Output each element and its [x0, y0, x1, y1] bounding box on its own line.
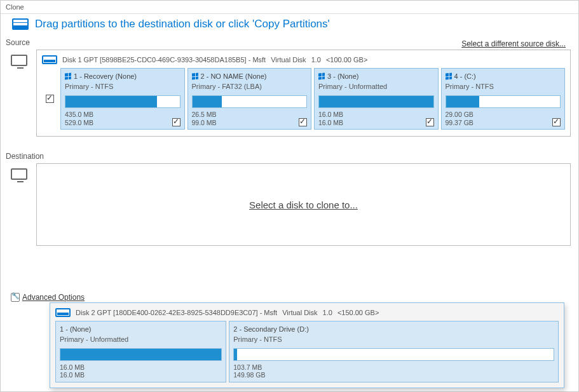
partition-checkbox[interactable]: [552, 118, 561, 126]
disk-capacity: <150.00 GB>: [337, 309, 379, 316]
partition-sub: Primary - NTFS: [446, 83, 561, 90]
disk-type: Virtual Disk: [282, 309, 317, 316]
partition-2[interactable]: 2 - NO NAME (None) Primary - FAT32 (LBA)…: [187, 68, 312, 130]
instruction-text: Drag partitions to the destination disk …: [35, 18, 330, 30]
partition-title: 2 - NO NAME (None): [201, 72, 267, 80]
monitor-icon: [11, 55, 27, 66]
monitor-icon: [11, 168, 27, 180]
used-size: 16.0 MB: [60, 363, 222, 372]
select-source-link[interactable]: Select a different source disk...: [461, 37, 566, 48]
partition-title: 1 - (None): [60, 325, 92, 333]
windows-icon: [318, 72, 325, 79]
header: Drag partitions to the destination disk …: [1, 14, 578, 34]
windows-icon: [192, 72, 198, 79]
partition-sub: Primary - Unformatted: [318, 83, 434, 90]
destination-label: Destination: [3, 151, 46, 162]
partition-sub: Primary - NTFS: [233, 335, 554, 343]
partition-title: 3 - (None): [327, 72, 359, 80]
source-partitions: 1 - Recovery (None) Primary - NTFS 435.0…: [42, 68, 565, 130]
advanced-options-link[interactable]: Advanced Options: [22, 293, 85, 302]
disk-version: 1.0: [311, 56, 321, 64]
disk-name: Disk 2 GPT [180DE400-0262-42E3-8925-5348…: [76, 309, 277, 316]
disk2-tooltip[interactable]: Disk 2 GPT [180DE400-0262-42E3-8925-5348…: [50, 302, 564, 388]
used-size: 29.00 GB: [446, 111, 473, 119]
partition-title: 2 - Secondary Drive (D:): [233, 325, 309, 333]
partition-1[interactable]: 1 - Recovery (None) Primary - NTFS 435.0…: [60, 68, 185, 130]
disk-version: 1.0: [323, 309, 332, 316]
disk-name: Disk 1 GPT [5898BE25-CDC0-469C-9393-3045…: [62, 56, 266, 64]
total-size: 99.0 MB: [192, 119, 217, 127]
used-size: 26.5 MB: [192, 111, 217, 119]
partition-sub: Primary - Unformatted: [60, 335, 222, 343]
total-size: 149.98 GB: [233, 371, 554, 379]
select-all-checkbox[interactable]: [46, 95, 54, 103]
select-destination-link[interactable]: Select a disk to clone to...: [249, 199, 358, 210]
partition-sub: Primary - FAT32 (LBA): [192, 83, 308, 90]
partition-sub: Primary - NTFS: [65, 83, 181, 90]
disk-capacity: <100.00 GB>: [326, 56, 367, 64]
source-label: Source: [3, 37, 32, 48]
disk2-partition-2[interactable]: 2 - Secondary Drive (D:) Primary - NTFS …: [229, 321, 559, 382]
used-size: 435.0 MB: [65, 111, 93, 119]
destination-panel[interactable]: Select a disk to clone to...: [36, 163, 571, 246]
total-size: 99.37 GB: [446, 119, 473, 127]
total-size: 16.0 MB: [318, 119, 343, 127]
wrench-icon: [11, 293, 20, 302]
disk-icon: [55, 308, 71, 317]
disk2-partition-1[interactable]: 1 - (None) Primary - Unformatted 16.0 MB…: [55, 321, 226, 382]
partition-3[interactable]: 3 - (None) Primary - Unformatted 16.0 MB…: [314, 68, 439, 130]
tab-clone[interactable]: Clone: [1, 1, 578, 14]
partition-title: 4 - (C:): [454, 72, 476, 80]
total-size: 16.0 MB: [60, 371, 222, 379]
disk-icon: [42, 55, 57, 64]
partition-title: 1 - Recovery (None): [74, 72, 137, 80]
usage-bar: [65, 95, 181, 108]
partition-4[interactable]: 4 - (C:) Primary - NTFS 29.00 GB99.37 GB: [441, 68, 566, 130]
disk-type: Virtual Disk: [271, 56, 306, 64]
usage-bar: [318, 95, 434, 108]
source-disk-panel: Disk 1 GPT [5898BE25-CDC0-469C-9393-3045…: [36, 50, 571, 137]
windows-icon: [65, 72, 71, 79]
partition-checkbox[interactable]: [299, 118, 307, 126]
total-size: 529.0 MB: [65, 119, 93, 127]
usage-bar: [60, 348, 222, 361]
used-size: 16.0 MB: [318, 111, 343, 119]
partition-checkbox[interactable]: [172, 118, 181, 126]
usage-bar: [233, 348, 554, 361]
used-size: 103.7 MB: [233, 363, 554, 372]
windows-icon: [446, 72, 452, 79]
usage-bar: [446, 95, 561, 108]
partition-checkbox[interactable]: [426, 118, 434, 126]
drive-icon: [12, 18, 29, 30]
usage-bar: [192, 95, 308, 108]
